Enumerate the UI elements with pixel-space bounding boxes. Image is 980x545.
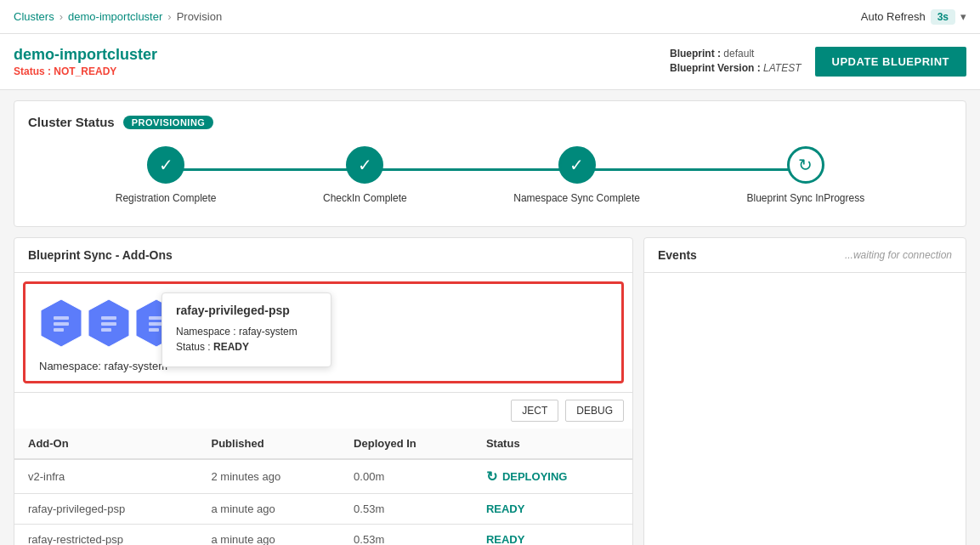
cluster-status: Status : NOT_READY [14, 65, 656, 77]
cluster-info: demo-importcluster Status : NOT_READY [14, 46, 656, 77]
col-published: Published [198, 429, 341, 459]
blueprint-info: Blueprint : default Blueprint Version : … [670, 48, 802, 77]
cell-status-2: READY [473, 494, 632, 525]
events-body [644, 273, 966, 443]
loading-icon: ↻ [486, 468, 497, 485]
tooltip-name: rafay-privileged-psp [176, 304, 317, 317]
left-column: Blueprint Sync - Add-Ons [14, 237, 633, 545]
svg-rect-6 [101, 322, 116, 326]
tooltip-status-value: READY [213, 341, 249, 353]
cell-addon-2: rafay-privileged-psp [14, 494, 198, 525]
breadcrumb-cluster[interactable]: demo-importcluster [68, 10, 162, 23]
step-circle-registration: ✓ [147, 146, 184, 184]
status-deploying-badge: ↻ DEPLOYING [486, 468, 619, 485]
blueprint-sync-title: Blueprint Sync - Add-Ons [14, 238, 632, 273]
cell-published-3: a minute ago [198, 525, 341, 546]
top-bar: Clusters › demo-importcluster › Provisio… [0, 0, 980, 34]
events-card: Events ...waiting for connection [643, 237, 966, 545]
col-deployed: Deployed In [340, 429, 473, 459]
breadcrumb: Clusters › demo-importcluster › Provisio… [14, 10, 222, 23]
status-ready-badge-2: READY [486, 533, 525, 545]
hex-area: rafay-privileged-psp Namespace : rafay-s… [23, 281, 624, 383]
blueprint-name: Blueprint : default [670, 48, 802, 60]
breadcrumb-page: Provision [177, 10, 222, 23]
action-buttons: JECT DEBUG [14, 392, 632, 429]
step-circle-namespace: ✓ [558, 146, 596, 184]
step-label-checkin: CheckIn Complete [323, 192, 407, 204]
provisioning-badge: PROVISIONING [123, 116, 214, 129]
svg-rect-2 [54, 322, 69, 326]
col-addon: Add-On [14, 429, 198, 459]
status-ready-badge: READY [486, 502, 525, 515]
cluster-header: demo-importcluster Status : NOT_READY Bl… [0, 34, 980, 90]
cell-published-2: a minute ago [198, 494, 341, 525]
cluster-status-title: Cluster Status PROVISIONING [28, 115, 952, 129]
blueprint-sync-card: Blueprint Sync - Add-Ons [14, 237, 633, 545]
blueprint-version: Blueprint Version : LATEST [670, 62, 802, 74]
cluster-name: demo-importcluster [14, 46, 656, 64]
table-row: rafay-privileged-psp a minute ago 0.53m … [14, 494, 632, 525]
step-blueprint: ↻ Blueprint Sync InProgress [746, 146, 864, 204]
breadcrumb-sep2: › [167, 10, 171, 23]
right-column: Events ...waiting for connection [643, 237, 966, 545]
addon-table: Add-On Published Deployed In Status v2-i… [14, 429, 632, 545]
auto-refresh[interactable]: Auto Refresh 3s ▾ [861, 9, 966, 25]
step-namespace: ✓ Namespace Sync Complete [513, 146, 640, 204]
debug-button[interactable]: DEBUG [565, 400, 624, 422]
chevron-down-icon: ▾ [960, 10, 966, 23]
cell-status-3: READY [473, 525, 632, 546]
breadcrumb-sep1: › [59, 10, 63, 23]
status-value: NOT_READY [54, 65, 116, 77]
auto-refresh-label: Auto Refresh [861, 10, 926, 23]
svg-rect-1 [54, 316, 69, 320]
namespace-label: Namespace: rafay-system [39, 360, 167, 372]
cell-addon-3: rafay-restricted-psp [14, 525, 198, 546]
update-blueprint-button[interactable]: UPDATE BLUEPRINT [815, 47, 966, 77]
cluster-status-card: Cluster Status PROVISIONING ✓ Registrati… [14, 100, 966, 227]
cell-published-1: 2 minutes ago [198, 459, 341, 494]
table-header-row: Add-On Published Deployed In Status [14, 429, 632, 459]
cell-status-1: ↻ DEPLOYING [473, 459, 632, 494]
hex-icon-1[interactable] [39, 298, 83, 351]
step-checkin: ✓ CheckIn Complete [323, 146, 407, 204]
cell-addon-1: v2-infra [14, 459, 198, 494]
svg-rect-3 [54, 328, 64, 332]
table-row: v2-infra 2 minutes ago 0.00m ↻ DEPLOYING [14, 459, 632, 494]
svg-rect-11 [149, 328, 159, 332]
step-registration: ✓ Registration Complete [116, 146, 217, 204]
hex-icon-2[interactable] [87, 298, 131, 351]
cell-deployed-3: 0.53m [340, 525, 473, 546]
two-column-layout: Blueprint Sync - Add-Ons [14, 237, 966, 545]
step-label-registration: Registration Complete [116, 192, 217, 204]
main-content: Cluster Status PROVISIONING ✓ Registrati… [0, 90, 980, 545]
events-title: Events [658, 248, 697, 262]
status-label: Status : [14, 65, 51, 77]
breadcrumb-clusters[interactable]: Clusters [14, 10, 54, 23]
svg-rect-7 [101, 328, 111, 332]
inject-button[interactable]: JECT [511, 400, 558, 422]
auto-refresh-interval: 3s [931, 9, 955, 25]
steps-container: ✓ Registration Complete ✓ CheckIn Comple… [28, 129, 952, 213]
svg-rect-5 [101, 316, 116, 320]
steps-line [167, 168, 813, 171]
step-circle-checkin: ✓ [346, 146, 383, 184]
table-row: rafay-restricted-psp a minute ago 0.53m … [14, 525, 632, 546]
cell-deployed-1: 0.00m [340, 459, 473, 494]
cell-deployed-2: 0.53m [340, 494, 473, 525]
tooltip-status: Status : READY [176, 341, 317, 353]
col-status: Status [473, 429, 632, 459]
events-waiting: ...waiting for connection [845, 249, 952, 261]
step-label-namespace: Namespace Sync Complete [513, 192, 640, 204]
step-label-blueprint: Blueprint Sync InProgress [746, 192, 864, 204]
step-circle-blueprint: ↻ [787, 146, 824, 184]
addon-tooltip: rafay-privileged-psp Namespace : rafay-s… [161, 292, 331, 367]
tooltip-namespace: Namespace : rafay-system [176, 326, 317, 338]
events-header: Events ...waiting for connection [644, 238, 966, 273]
